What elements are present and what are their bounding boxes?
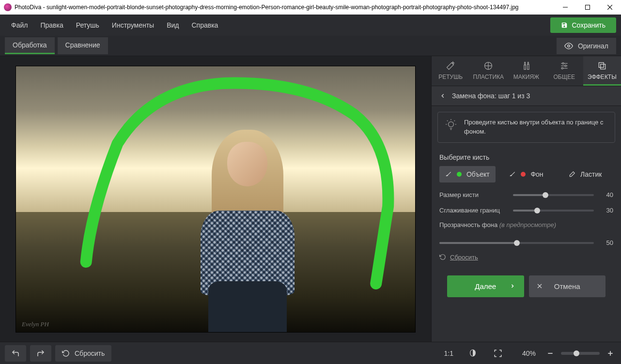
maximize-button[interactable]: [576, 0, 599, 15]
fullscreen-button[interactable]: [487, 345, 509, 362]
undo-button[interactable]: [5, 345, 26, 362]
chevron-right-icon: [510, 282, 515, 290]
tool-tab-plastic[interactable]: ПЛАСТИКА: [469, 56, 507, 86]
menu-file[interactable]: Файл: [5, 17, 34, 33]
save-icon: [561, 22, 568, 29]
bottom-bar: Сбросить 1:1 40%: [0, 342, 621, 364]
plus-icon: [607, 350, 614, 357]
brush-section-label: Выберите кисть: [439, 153, 613, 161]
chevron-left-icon: [439, 92, 446, 99]
window-title: PhotoDiva - sunlight-women-model-portrai…: [15, 4, 554, 11]
close-icon: [537, 283, 543, 289]
fullscreen-icon: [494, 349, 502, 358]
zoom-controls: 40%: [518, 345, 616, 362]
wand-icon: [446, 61, 455, 71]
original-button[interactable]: Оригинал: [557, 38, 616, 54]
titlebar: PhotoDiva - sunlight-women-model-portrai…: [0, 0, 621, 15]
tool-tabs: РЕТУШЬ ПЛАСТИКА МАКИЯЖ ОБЩЕЕ ЭФФЕКТЫ: [432, 56, 621, 86]
face-icon: [468, 349, 477, 358]
brush-background[interactable]: Фон: [498, 166, 555, 182]
svg-rect-8: [524, 65, 526, 69]
sliders-icon: [559, 61, 569, 71]
zoom-slider[interactable]: [561, 352, 600, 355]
svg-point-20: [449, 121, 454, 127]
hint-box: Проведите кистью внутри объекта по грани…: [437, 112, 615, 143]
svg-rect-18: [599, 62, 604, 67]
canvas-area[interactable]: Evelyn PH: [0, 56, 431, 342]
menu-edit[interactable]: Правка: [34, 17, 69, 33]
reset-icon: [62, 349, 70, 357]
close-button[interactable]: [599, 0, 621, 15]
slider-brush-size: Размер кисти 40: [439, 190, 613, 200]
save-label: Сохранить: [572, 21, 605, 29]
eraser-icon: [569, 171, 575, 178]
original-label: Оригинал: [578, 42, 608, 50]
slider-opacity: Прозрачность фона (в предпросмотре) 50: [439, 221, 613, 248]
face-button[interactable]: [462, 345, 483, 362]
effects-icon: [597, 61, 607, 71]
app-icon: [4, 3, 12, 11]
hint-text: Проведите кистью внутри объекта по грани…: [464, 118, 608, 136]
brush-icon: [445, 171, 452, 178]
svg-point-17: [561, 67, 563, 69]
svg-rect-1: [586, 5, 590, 10]
menu-retouch[interactable]: Ретушь: [70, 17, 106, 33]
slider-opacity-track[interactable]: [439, 238, 594, 248]
svg-point-15: [565, 65, 566, 66]
reset-button[interactable]: Сбросить: [55, 345, 111, 362]
next-button[interactable]: Далее: [447, 275, 524, 297]
svg-line-27: [454, 121, 455, 121]
step-title: Замена фона: шаг 1 из 3: [452, 92, 530, 100]
redo-button[interactable]: [30, 345, 51, 362]
eye-icon: [564, 42, 573, 50]
brush-object[interactable]: Объект: [439, 166, 496, 182]
undo-icon: [11, 349, 20, 358]
tool-tab-makeup[interactable]: МАКИЯЖ: [507, 56, 545, 86]
menu-tools[interactable]: Инструменты: [106, 17, 160, 33]
zoom-value[interactable]: 40%: [518, 345, 540, 362]
tab-process[interactable]: Обработка: [5, 37, 55, 54]
svg-rect-10: [527, 64, 528, 70]
menu-view[interactable]: Вид: [160, 17, 185, 33]
save-button[interactable]: Сохранить: [550, 17, 616, 33]
slider-brush-size-track[interactable]: [513, 190, 594, 200]
brush-icon: [509, 171, 516, 178]
back-button[interactable]: [439, 92, 446, 99]
svg-rect-11: [528, 62, 528, 64]
ratio-button[interactable]: 1:1: [439, 345, 458, 362]
zoom-out-button[interactable]: [544, 345, 556, 362]
lightbulb-icon: [445, 119, 457, 132]
svg-rect-19: [601, 64, 605, 69]
view-toolbar: Обработка Сравнение Оригинал: [0, 36, 621, 56]
side-panel: РЕТУШЬ ПЛАСТИКА МАКИЯЖ ОБЩЕЕ ЭФФЕКТЫ: [431, 56, 621, 342]
photo[interactable]: Evelyn PH: [16, 66, 416, 333]
zoom-in-button[interactable]: [605, 345, 616, 362]
redo-icon: [36, 349, 45, 358]
plastic-icon: [483, 61, 493, 71]
menu-help[interactable]: Справка: [185, 17, 224, 33]
brush-eraser[interactable]: Ластик: [557, 166, 613, 182]
reset-icon: [439, 254, 446, 260]
watermark: Evelyn PH: [22, 320, 49, 328]
tab-compare[interactable]: Сравнение: [58, 37, 108, 54]
slider-smooth: Сглаживание границ 30: [439, 206, 613, 215]
tool-tab-general[interactable]: ОБЩЕЕ: [545, 56, 583, 86]
reset-link[interactable]: Сбросить: [439, 254, 613, 261]
tool-tab-retouch[interactable]: РЕТУШЬ: [432, 56, 469, 86]
svg-rect-9: [524, 62, 525, 65]
makeup-icon: [522, 61, 531, 71]
slider-smooth-track[interactable]: [513, 206, 594, 215]
svg-point-4: [568, 45, 570, 47]
minus-icon: [547, 350, 554, 357]
cancel-button[interactable]: Отмена: [529, 275, 606, 297]
menubar: Файл Правка Ретушь Инструменты Вид Справ…: [0, 15, 621, 36]
step-header: Замена фона: шаг 1 из 3: [432, 86, 621, 106]
tool-tab-effects[interactable]: ЭФФЕКТЫ: [583, 56, 621, 86]
brush-selector: Объект Фон Ластик: [439, 166, 613, 182]
minimize-button[interactable]: [554, 0, 576, 15]
svg-point-13: [562, 62, 564, 64]
svg-line-26: [447, 121, 448, 121]
